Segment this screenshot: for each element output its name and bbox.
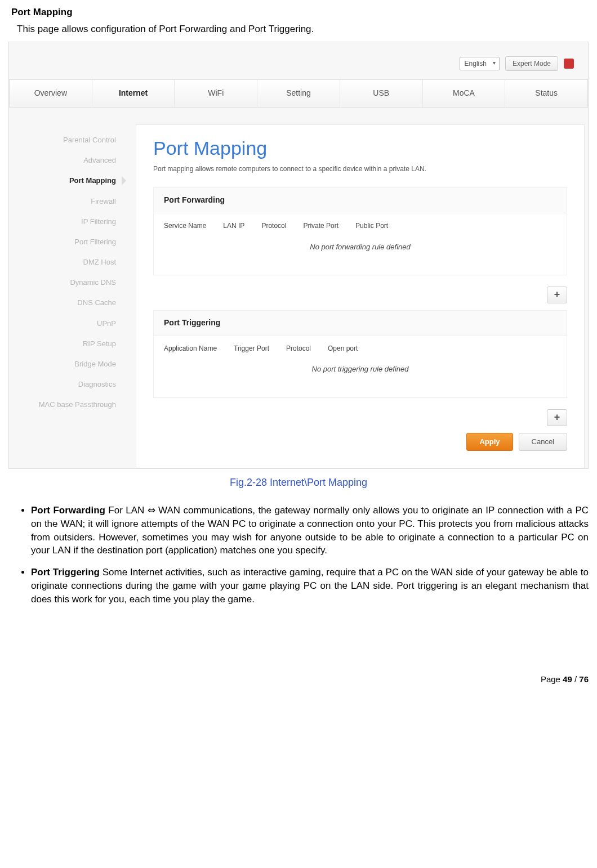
sidebar-item-firewall[interactable]: Firewall: [9, 191, 127, 212]
tab-status[interactable]: Status: [505, 80, 587, 107]
footer-sep: /: [572, 674, 580, 684]
sidebar-item-rip-setup[interactable]: RIP Setup: [9, 334, 127, 354]
bullet-port-triggering: Port Triggering Some Internet activities…: [31, 566, 589, 606]
port-forwarding-empty: No port forwarding rule defined: [164, 242, 556, 252]
sidebar-item-advanced[interactable]: Advanced: [9, 150, 127, 171]
col-application-name: Application Name: [164, 344, 217, 354]
tab-setting[interactable]: Setting: [257, 80, 340, 107]
main-tabbar: Overview Internet WiFi Setting USB MoCA …: [9, 79, 588, 108]
col-private-port: Private Port: [303, 221, 338, 231]
bullet-pf-lead: Port Forwarding: [31, 505, 105, 516]
footer-total: 76: [579, 674, 589, 684]
port-triggering-empty: No port triggering rule defined: [164, 364, 556, 374]
port-triggering-columns: Application Name Trigger Port Protocol O…: [164, 344, 556, 354]
sidebar: Parental Control Advanced Port Mapping F…: [9, 124, 136, 432]
sidebar-item-bridge-mode[interactable]: Bridge Mode: [9, 354, 127, 374]
sidebar-item-port-filtering[interactable]: Port Filtering: [9, 232, 127, 252]
action-row: Apply Cancel: [153, 433, 567, 451]
doc-subheading: This page allows configuration of Port F…: [17, 23, 589, 36]
figure-caption: Fig.2-28 Internet\Port Mapping: [8, 476, 589, 490]
sidebar-item-diagnostics[interactable]: Diagnostics: [9, 374, 127, 395]
bullet-pf-text: For LAN ⇔ WAN communications, the gatewa…: [31, 505, 589, 556]
footer-prefix: Page: [541, 674, 563, 684]
tab-overview[interactable]: Overview: [10, 80, 92, 107]
doc-heading: Port Mapping: [11, 6, 589, 19]
col-trigger-port: Trigger Port: [234, 344, 269, 354]
col-open-port: Open port: [328, 344, 358, 354]
col-protocol: Protocol: [261, 221, 286, 231]
topbar: English Expert Mode: [9, 42, 588, 80]
sidebar-item-upnp[interactable]: UPnP: [9, 314, 127, 334]
expert-mode-button[interactable]: Expert Mode: [505, 56, 558, 71]
tab-wifi[interactable]: WiFi: [175, 80, 257, 107]
sidebar-item-dynamic-dns[interactable]: Dynamic DNS: [9, 272, 127, 293]
page-description: Port mapping allows remote computers to …: [153, 164, 567, 174]
bullet-pt-lead: Port Triggering: [31, 567, 100, 578]
port-forwarding-columns: Service Name LAN IP Protocol Private Por…: [164, 221, 556, 231]
col-service-name: Service Name: [164, 221, 206, 231]
description-list: Port Forwarding For LAN ⇔ WAN communicat…: [8, 504, 589, 606]
add-triggering-button[interactable]: +: [547, 409, 567, 426]
port-forwarding-header: Port Forwarding: [154, 188, 567, 213]
sidebar-item-mac-passthrough[interactable]: MAC base Passthrough: [9, 395, 127, 415]
bullet-pt-text: Some Internet activities, such as intera…: [31, 567, 589, 605]
add-forwarding-button[interactable]: +: [547, 287, 567, 303]
page-footer: Page 49 / 76: [8, 673, 589, 685]
router-ui-screenshot: English Expert Mode Overview Internet Wi…: [8, 42, 589, 469]
bullet-port-forwarding: Port Forwarding For LAN ⇔ WAN communicat…: [31, 504, 589, 557]
tab-moca[interactable]: MoCA: [423, 80, 506, 107]
col-public-port: Public Port: [355, 221, 388, 231]
page-title: Port Mapping: [153, 135, 567, 162]
port-triggering-section: Port Triggering Application Name Trigger…: [153, 310, 567, 398]
footer-current: 49: [563, 674, 572, 684]
tab-usb[interactable]: USB: [340, 80, 423, 107]
cancel-button[interactable]: Cancel: [519, 433, 567, 451]
sidebar-item-port-mapping[interactable]: Port Mapping: [9, 171, 127, 191]
port-forwarding-section: Port Forwarding Service Name LAN IP Prot…: [153, 187, 567, 275]
tab-internet[interactable]: Internet: [92, 80, 175, 107]
user-icon[interactable]: [564, 59, 574, 69]
sidebar-item-dmz-host[interactable]: DMZ Host: [9, 252, 127, 272]
col-lan-ip: LAN IP: [223, 221, 244, 231]
col-protocol-2: Protocol: [286, 344, 311, 354]
sidebar-item-ip-filtering[interactable]: IP Filtering: [9, 212, 127, 232]
apply-button[interactable]: Apply: [466, 433, 513, 451]
sidebar-item-dns-cache[interactable]: DNS Cache: [9, 293, 127, 313]
port-triggering-header: Port Triggering: [154, 311, 567, 336]
content-panel: Port Mapping Port mapping allows remote …: [136, 124, 585, 468]
language-select[interactable]: English: [460, 57, 500, 71]
sidebar-item-parental-control[interactable]: Parental Control: [9, 130, 127, 150]
